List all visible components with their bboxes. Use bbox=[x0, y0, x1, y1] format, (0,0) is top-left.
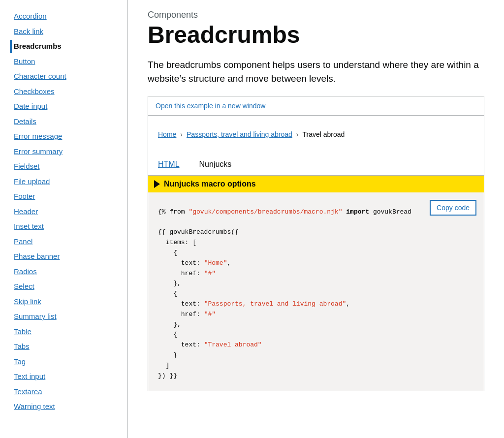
page-title: Breadcrumbs bbox=[148, 22, 484, 48]
sidebar-item-error-message[interactable]: Error message bbox=[10, 130, 118, 143]
code-block: {% from "govuk/components/breadcrumbs/ma… bbox=[158, 202, 474, 381]
sidebar-item-inset-text[interactable]: Inset text bbox=[10, 220, 118, 233]
breadcrumb-separator-1: › bbox=[180, 130, 183, 138]
sidebar-item-textarea[interactable]: Textarea bbox=[10, 385, 118, 399]
code-container: Copy code {% from "govuk/components/brea… bbox=[148, 192, 484, 391]
sidebar-item-select[interactable]: Select bbox=[10, 280, 118, 293]
sidebar-item-skip-link[interactable]: Skip link bbox=[10, 295, 118, 309]
page-description: The breadcrumbs component helps users to… bbox=[148, 58, 484, 86]
tab-html[interactable]: HTML bbox=[148, 155, 189, 175]
sidebar-item-tabs[interactable]: Tabs bbox=[10, 340, 118, 353]
sidebar-item-date-input[interactable]: Date input bbox=[10, 100, 118, 113]
sidebar-item-radios[interactable]: Radios bbox=[10, 265, 118, 279]
arrow-icon bbox=[154, 180, 160, 188]
sidebar-item-details[interactable]: Details bbox=[10, 115, 118, 128]
sidebar-item-panel[interactable]: Panel bbox=[10, 235, 118, 249]
example-preview: Home › Passports, travel and living abro… bbox=[148, 116, 484, 155]
breadcrumb-separator-2: › bbox=[296, 130, 299, 138]
sidebar-item-summary-list[interactable]: Summary list bbox=[10, 310, 118, 323]
macro-options-banner[interactable]: Nunjucks macro options bbox=[148, 176, 484, 192]
sidebar-nav: Accordion Back link Breadcrumbs Button C… bbox=[10, 10, 118, 413]
tabs-container: HTML Nunjucks bbox=[148, 155, 484, 176]
sidebar-item-fieldset[interactable]: Fieldset bbox=[10, 160, 118, 173]
example-box: Open this example in a new window Home ›… bbox=[148, 96, 484, 392]
sidebar-item-footer[interactable]: Footer bbox=[10, 190, 118, 203]
open-new-window-link[interactable]: Open this example in a new window bbox=[156, 102, 265, 110]
sidebar-item-table[interactable]: Table bbox=[10, 325, 118, 339]
main-content: Components Breadcrumbs The breadcrumbs c… bbox=[128, 0, 504, 438]
breadcrumb-current: Travel abroad bbox=[303, 130, 345, 138]
sidebar-item-header[interactable]: Header bbox=[10, 205, 118, 219]
sidebar-item-file-upload[interactable]: File upload bbox=[10, 175, 118, 188]
sidebar-item-character-count[interactable]: Character count bbox=[10, 70, 118, 83]
sidebar: Accordion Back link Breadcrumbs Button C… bbox=[0, 0, 128, 438]
example-link-bar: Open this example in a new window bbox=[148, 96, 484, 116]
sidebar-item-accordion[interactable]: Accordion bbox=[10, 10, 118, 23]
sidebar-item-text-input[interactable]: Text input bbox=[10, 370, 118, 383]
breadcrumb-home-link[interactable]: Home bbox=[158, 130, 176, 138]
sidebar-item-breadcrumbs[interactable]: Breadcrumbs bbox=[10, 40, 118, 53]
sidebar-item-phase-banner[interactable]: Phase banner bbox=[10, 250, 118, 263]
sidebar-item-button[interactable]: Button bbox=[10, 55, 118, 68]
breadcrumb-passports-link[interactable]: Passports, travel and living abroad bbox=[187, 130, 292, 138]
sidebar-item-checkboxes[interactable]: Checkboxes bbox=[10, 85, 118, 98]
sidebar-item-warning-text[interactable]: Warning text bbox=[10, 400, 118, 413]
macro-options-label: Nunjucks macro options bbox=[164, 180, 256, 188]
sidebar-item-backlink[interactable]: Back link bbox=[10, 25, 118, 38]
section-label: Components bbox=[148, 10, 484, 20]
tab-nunjucks[interactable]: Nunjucks bbox=[189, 155, 242, 175]
copy-code-button[interactable]: Copy code bbox=[430, 200, 476, 216]
sidebar-item-tag[interactable]: Tag bbox=[10, 355, 118, 369]
sidebar-item-error-summary[interactable]: Error summary bbox=[10, 145, 118, 158]
breadcrumbs-preview: Home › Passports, travel and living abro… bbox=[158, 130, 474, 138]
